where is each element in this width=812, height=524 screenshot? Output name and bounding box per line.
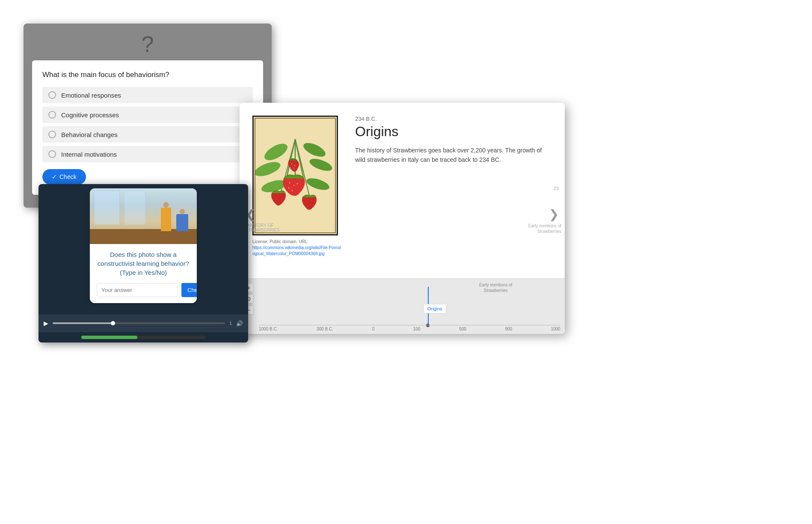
timeline-text-area: 234 B.C. Origins The history of Strawber… [355, 116, 552, 278]
label-1000bc: 1000 B.C. [259, 327, 278, 331]
timeline-bar: + ⊙ − Early mentions ofStrawberries Orig… [240, 278, 565, 334]
svg-point-16 [289, 182, 290, 184]
svg-point-20 [292, 190, 293, 191]
radio-4[interactable] [48, 150, 56, 158]
video-time: 1 [229, 321, 232, 326]
volume-icon[interactable]: 🔊 [236, 320, 243, 327]
quiz-card: What is the main focus of behaviorism? E… [32, 60, 263, 195]
timeline-axis [259, 325, 560, 325]
classroom-photo [90, 188, 197, 244]
course-progress-fill [81, 336, 137, 339]
origins-tooltip: Origins [424, 304, 446, 313]
page-number: 23 [554, 186, 559, 191]
video-controls: ▶ 1 🔊 [39, 314, 248, 332]
timeline-next-button[interactable]: ❯ [549, 207, 559, 221]
option-1[interactable]: Emotional responses [42, 87, 253, 103]
svg-point-17 [293, 185, 295, 186]
svg-point-12 [291, 164, 292, 164]
svg-point-13 [294, 165, 295, 166]
video-content-area: Does this photo show a constructivist le… [39, 184, 248, 314]
svg-point-14 [290, 167, 290, 168]
image-license-info: License: Public domain. URL: https://com… [252, 239, 342, 257]
option-4[interactable]: Internal motivations [42, 146, 253, 162]
svg-point-15 [293, 168, 294, 169]
radio-1[interactable] [48, 91, 56, 99]
course-progress-track [81, 336, 205, 339]
option-3[interactable]: Behavioral changes [42, 126, 253, 143]
classroom-check-button[interactable]: Check [181, 283, 197, 297]
course-progress-bar-container [39, 332, 248, 342]
quiz-check-button[interactable]: ✓ Check [42, 169, 86, 185]
label-300bc: 300 B.C. [317, 327, 333, 331]
timeline-next-label: Early mentions ofStrawberries [523, 223, 561, 234]
label-1000: 1000 [551, 327, 560, 331]
svg-point-18 [288, 188, 290, 189]
timeline-title-label: HISTORY OFSTRAWBERRIES [246, 223, 276, 232]
classroom-question: Does this photo show a constructivist le… [97, 250, 190, 277]
image-url-link[interactable]: https://commons.wikimedia.org/wiki/File:… [252, 245, 341, 256]
quiz-check-label: Check [59, 173, 77, 180]
video-progress-track[interactable] [53, 322, 225, 324]
checkmark-icon: ✓ [52, 173, 57, 180]
timeline-date: 234 B.C. [355, 116, 552, 122]
early-mentions-top-label: Early mentions ofStrawberries [479, 282, 512, 293]
timeline-description: The history of Strawberries goes back ov… [355, 146, 552, 165]
quiz-window: ? What is the main focus of behaviorism?… [24, 24, 272, 208]
video-window: Does this photo show a constructivist le… [39, 184, 248, 342]
classroom-card: Does this photo show a constructivist le… [90, 188, 197, 303]
option-1-label: Emotional responses [61, 92, 121, 99]
quiz-question: What is the main focus of behaviorism? [42, 71, 253, 79]
option-2[interactable]: Cognitive processes [42, 107, 253, 123]
strawberry-painting [252, 116, 338, 235]
question-mark-icon: ? [142, 31, 154, 57]
video-progress-thumb[interactable] [111, 321, 115, 325]
video-progress-fill [53, 322, 113, 324]
play-button[interactable]: ▶ [44, 320, 48, 327]
answer-input[interactable] [97, 283, 178, 297]
radio-2[interactable] [48, 111, 56, 119]
label-500: 500 [459, 327, 466, 331]
label-100: 100 [413, 327, 421, 331]
answer-input-row: Check [97, 283, 190, 297]
radio-3[interactable] [48, 131, 56, 138]
timeline-main-area: License: Public domain. URL: https://com… [240, 103, 565, 278]
svg-point-19 [297, 183, 298, 185]
timeline-window: License: Public domain. URL: https://com… [240, 103, 565, 334]
strawberry-svg [255, 118, 336, 233]
option-4-label: Internal motivations [61, 151, 117, 158]
label-900: 900 [505, 327, 512, 331]
option-2-label: Cognitive processes [61, 111, 119, 119]
label-0: 0 [372, 327, 375, 331]
timeline-title: Origins [355, 124, 552, 140]
timeline-axis-labels: 1000 B.C. 300 B.C. 0 100 500 900 1000 [259, 327, 560, 331]
strawberry-image-container: License: Public domain. URL: https://com… [252, 116, 342, 278]
video-inner: Does this photo show a constructivist le… [39, 184, 248, 342]
classroom-card-body: Does this photo show a constructivist le… [90, 244, 197, 303]
option-3-label: Behavioral changes [61, 131, 118, 138]
